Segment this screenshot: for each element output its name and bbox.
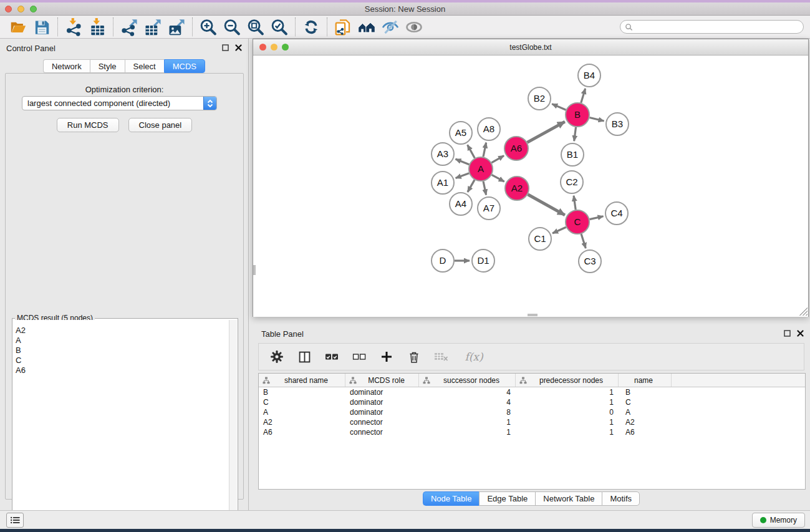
show-panels-button[interactable] [6, 513, 24, 528]
graph-node-B3[interactable]: B3 [606, 113, 629, 135]
export-table-button[interactable] [141, 16, 165, 37]
graph-edge-A-A1[interactable] [456, 173, 469, 178]
criterion-dropdown[interactable]: largest connected component (directed) [22, 96, 217, 110]
hide-graphics-details-button[interactable] [378, 16, 402, 37]
minimize-window-button[interactable] [17, 6, 24, 12]
tab-motifs[interactable]: Motifs [602, 491, 640, 506]
show-graphics-details-button[interactable] [402, 16, 426, 37]
graph-edge-A-A4[interactable] [468, 180, 475, 192]
close-window-button[interactable] [5, 6, 12, 12]
zoom-selected-button[interactable] [268, 16, 291, 37]
tab-node-table[interactable]: Node Table [423, 491, 480, 506]
graph-edge-A-A6[interactable] [491, 156, 504, 163]
graph-node-A5[interactable]: A5 [450, 122, 472, 144]
mcds-result-item[interactable]: C [13, 355, 229, 365]
graph-edge-A6-B[interactable] [528, 122, 565, 142]
tab-network-table[interactable]: Network Table [535, 491, 602, 506]
graph-edge-C-C1[interactable] [552, 227, 566, 233]
graph-node-C4[interactable]: C4 [605, 202, 628, 225]
resize-grip-icon[interactable] [799, 307, 808, 316]
export-network-button[interactable] [117, 16, 141, 37]
graph-edge-A-A5[interactable] [468, 145, 475, 158]
tab-mcds[interactable]: MCDS [164, 59, 205, 73]
table-settings-button[interactable] [269, 349, 285, 365]
graph-edge-B-B4[interactable] [581, 89, 586, 103]
mcds-result-list[interactable]: A2 A B C A6 [13, 320, 229, 530]
home-button[interactable] [355, 16, 378, 37]
graph-node-C3[interactable]: C3 [579, 250, 601, 273]
tab-select[interactable]: Select [125, 59, 164, 73]
graph-edge-A-A8[interactable] [483, 143, 486, 157]
zoom-network-window-button[interactable] [282, 44, 289, 51]
search-field[interactable] [620, 20, 804, 34]
graph-edge-C-C4[interactable] [590, 216, 604, 220]
graph-node-A1[interactable]: A1 [432, 172, 454, 194]
column-header-successor-nodes[interactable]: successor nodes [419, 374, 516, 387]
graph-node-A[interactable]: A [469, 157, 493, 181]
dropdown-spinner-icon[interactable] [203, 97, 216, 110]
float-panel-icon[interactable] [784, 330, 791, 337]
open-session-button[interactable] [6, 16, 30, 37]
zoom-fit-button[interactable] [244, 16, 268, 37]
vertical-scroll-stub[interactable] [253, 265, 256, 275]
import-network-button[interactable] [62, 16, 85, 37]
graph-node-C1[interactable]: C1 [529, 228, 551, 250]
column-header-mcds-role[interactable]: MCDS role [345, 374, 419, 387]
graph-node-C[interactable]: C [566, 210, 589, 234]
graph-edge-A-A3[interactable] [455, 159, 469, 165]
graph-node-B2[interactable]: B2 [528, 87, 551, 110]
select-all-button[interactable] [324, 349, 340, 365]
horizontal-scroll-stub[interactable] [528, 314, 538, 316]
graph-edge-B-B2[interactable] [552, 104, 566, 110]
graph-node-A8[interactable]: A8 [478, 118, 500, 140]
graph-edge-C-C2[interactable] [574, 196, 576, 210]
graph-node-B1[interactable]: B1 [561, 143, 584, 166]
table-row[interactable]: A2 connector 1 1 A2 [259, 417, 805, 427]
graph-edge-A2-C[interactable] [528, 195, 564, 215]
column-header-shared-name[interactable]: shared name [259, 374, 345, 387]
minimize-network-window-button[interactable] [271, 44, 277, 51]
mcds-result-item[interactable]: A6 [13, 365, 229, 375]
close-panel-button[interactable]: Close panel [128, 118, 193, 132]
add-column-button[interactable] [378, 349, 395, 365]
graph-edge-A-A7[interactable] [483, 181, 486, 195]
zoom-in-button[interactable] [196, 16, 220, 37]
delete-table-button[interactable] [433, 349, 450, 365]
close-network-window-button[interactable] [259, 44, 266, 51]
save-session-button[interactable] [30, 16, 54, 37]
graph-node-A4[interactable]: A4 [450, 193, 472, 215]
export-image-button[interactable] [165, 16, 188, 37]
column-selector-button[interactable] [296, 349, 312, 365]
graph-edge-A-A2[interactable] [492, 175, 504, 181]
function-builder-button[interactable]: f(x) [461, 349, 487, 365]
search-input[interactable] [635, 22, 798, 31]
column-header-predecessor-nodes[interactable]: predecessor nodes [516, 374, 619, 387]
mcds-result-item[interactable]: A2 [13, 326, 229, 336]
mcds-result-item[interactable]: B [13, 346, 229, 355]
mcds-result-scrollbar[interactable] [229, 320, 237, 530]
refresh-button[interactable] [299, 16, 323, 37]
graph-node-A7[interactable]: A7 [478, 197, 500, 220]
table-row[interactable]: C dominator 4 1 C [259, 397, 805, 407]
graph-node-D1[interactable]: D1 [472, 249, 494, 272]
deselect-all-button[interactable] [351, 349, 367, 365]
tab-network[interactable]: Network [43, 59, 90, 73]
tab-style[interactable]: Style [90, 59, 125, 73]
network-window-titlebar[interactable]: testGlobe.txt [253, 39, 808, 56]
zoom-out-button[interactable] [220, 16, 244, 37]
table-row[interactable]: A6 connector 1 1 A6 [259, 427, 805, 437]
memory-button[interactable]: Memory [752, 513, 805, 528]
delete-column-button[interactable] [406, 349, 422, 365]
zoom-window-button[interactable] [30, 6, 37, 12]
graph-node-C2[interactable]: C2 [561, 171, 583, 193]
graph-edge-B-B3[interactable] [589, 118, 604, 121]
close-panel-icon[interactable] [235, 44, 242, 51]
clone-network-button[interactable] [331, 16, 355, 37]
graph-edge-C-C3[interactable] [581, 234, 586, 248]
mcds-result-item[interactable]: A [13, 336, 229, 346]
table-row[interactable]: A dominator 8 0 A [259, 407, 805, 417]
graph-node-A2[interactable]: A2 [505, 177, 529, 200]
graph-node-B[interactable]: B [566, 103, 589, 127]
table-row[interactable]: B dominator 4 1 B [259, 387, 805, 397]
network-canvas[interactable]: AA1A2A3A4A5A6A7A8BB1B2B3B4CC1C2C3C4DD1 [253, 56, 808, 317]
